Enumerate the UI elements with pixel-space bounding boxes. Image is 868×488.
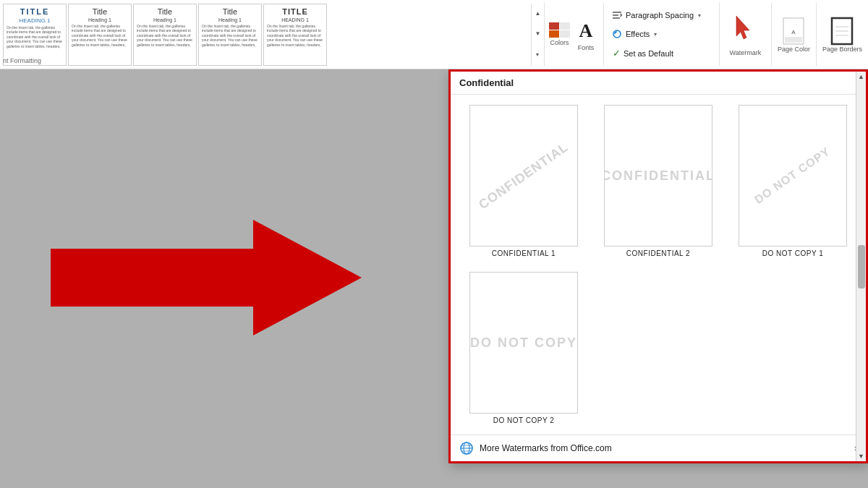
watermark-label: Watermark <box>730 49 762 56</box>
watermark-text-conf2: CONFIDENTIAL <box>604 168 712 184</box>
colors-fonts-group: Colors A Fonts <box>544 3 603 66</box>
panel-scroll-up-arrow[interactable]: ▲ <box>856 72 866 82</box>
panel-scroll-down-arrow[interactable]: ▼ <box>856 451 866 461</box>
gallery-scroll-up[interactable]: ▲ <box>532 10 544 17</box>
paragraph-spacing-icon <box>611 9 623 21</box>
page-color-icon: A <box>782 17 805 46</box>
gallery-scroll-down[interactable]: ▼ <box>532 30 544 38</box>
swatch-light2 <box>560 30 570 38</box>
fonts-label: Fonts <box>578 44 595 51</box>
paragraph-spacing-arrow: ▾ <box>698 12 701 19</box>
effects-label: Effects <box>626 30 650 38</box>
watermark-item-conf2[interactable]: CONFIDENTIAL CONFIDENTIAL 2 <box>591 100 726 262</box>
set-as-default-label: Set as Default <box>624 49 673 58</box>
style-thumb-title4[interactable]: Title Heading 1 On the Insert tab, the g… <box>198 4 262 66</box>
svg-marker-10 <box>51 220 362 335</box>
watermark-item-donot2[interactable]: DO NOT COPY DO NOT COPY 2 <box>456 267 591 429</box>
paragraph-spacing-label: Paragraph Spacing <box>626 11 694 20</box>
style-gallery: TITLE HEADING 1 On the Insert tab, the g… <box>0 3 531 66</box>
watermark-item-conf1[interactable]: CONFIDENTIAL CONFIDENTIAL 1 <box>456 100 591 262</box>
watermark-preview-donot2: DO NOT COPY <box>469 272 578 414</box>
watermark-footer[interactable]: More Watermarks from Office.com › <box>451 435 866 461</box>
page-color-button[interactable]: A Page Color <box>771 3 816 66</box>
page-borders-button[interactable]: Page Borders <box>816 3 868 66</box>
checkmark-icon: ✓ <box>613 48 621 59</box>
document-area: ▲ ▼ Confidential CONFIDENTIAL CONFIDENTI… <box>0 69 868 488</box>
watermark-button[interactable]: Watermark <box>719 3 771 66</box>
watermark-item-donot1[interactable]: DO NOT COPY DO NOT COPY 1 <box>726 100 860 262</box>
watermark-label-conf2: CONFIDENTIAL 2 <box>626 249 690 257</box>
colors-label: Colors <box>550 39 569 46</box>
effects-row[interactable]: Effects ▾ <box>610 27 713 40</box>
watermark-preview-donot1: DO NOT COPY <box>739 105 847 247</box>
watermark-preview-conf1: CONFIDENTIAL <box>469 105 578 247</box>
color-swatches <box>549 22 570 38</box>
watermark-label-conf1: CONFIDENTIAL 1 <box>492 249 556 257</box>
page-borders-label: Page Borders <box>822 46 862 53</box>
style-thumb-title2[interactable]: Title Heading 1 On the Insert tab, the g… <box>68 4 132 66</box>
effects-icon <box>611 28 623 40</box>
swatch-light1 <box>560 22 570 30</box>
gallery-scroll[interactable]: ▲ ▼ ▾ <box>531 4 544 66</box>
swatch-red <box>549 22 559 30</box>
swatch-orange <box>549 30 559 38</box>
paragraph-spacing-row[interactable]: Paragraph Spacing ▾ <box>610 9 713 22</box>
watermark-text-donot1: DO NOT COPY <box>752 145 833 206</box>
page-borders-icon <box>830 17 854 46</box>
style-thumb-title3[interactable]: Title Heading 1 On the Insert tab, the g… <box>133 4 197 66</box>
page-color-label: Page Color <box>778 46 810 53</box>
watermark-footer-text: More Watermarks from Office.com <box>480 443 612 453</box>
watermark-text-conf1: CONFIDENTIAL <box>476 140 571 213</box>
watermark-panel: ▲ ▼ Confidential CONFIDENTIAL CONFIDENTI… <box>448 69 868 463</box>
gallery-scroll-more[interactable]: ▾ <box>532 51 544 59</box>
watermark-grid-row1: CONFIDENTIAL CONFIDENTIAL 1 CONFIDENTIAL… <box>451 95 866 267</box>
style-thumb-title5[interactable]: TITLE HEADING 1 On the Insert tab, the g… <box>263 4 327 66</box>
fonts-button[interactable]: A Fonts <box>573 18 599 51</box>
globe-icon <box>459 441 474 455</box>
watermark-grid-row2: DO NOT COPY DO NOT COPY 2 <box>451 267 866 435</box>
watermark-panel-header: Confidential <box>451 72 866 95</box>
svg-marker-1 <box>736 16 749 39</box>
svg-text:A: A <box>792 29 796 35</box>
watermark-preview-conf2: CONFIDENTIAL <box>604 105 712 247</box>
colors-button[interactable]: Colors <box>549 22 570 46</box>
doc-format-group: Paragraph Spacing ▾ Effects ▾ ✓ Set as D… <box>603 3 719 66</box>
svg-rect-3 <box>785 37 802 43</box>
watermark-text-donot2: DO NOT COPY <box>470 335 577 351</box>
doc-formatting-label: nt Formatting <box>3 57 41 64</box>
style-thumb-title1[interactable]: TITLE HEADING 1 On the Insert tab, the g… <box>3 4 67 66</box>
fonts-icon: A <box>573 18 599 44</box>
effects-arrow: ▾ <box>654 31 657 38</box>
watermark-label-donot2: DO NOT COPY 2 <box>493 416 554 424</box>
watermark-label-donot1: DO NOT COPY 1 <box>762 249 823 257</box>
watermark-icon <box>731 13 760 48</box>
red-arrow <box>51 205 362 353</box>
panel-scrollbar-thumb[interactable] <box>858 245 865 288</box>
ribbon: TITLE HEADING 1 On the Insert tab, the g… <box>0 0 868 69</box>
set-as-default-row[interactable]: ✓ Set as Default <box>610 46 713 60</box>
